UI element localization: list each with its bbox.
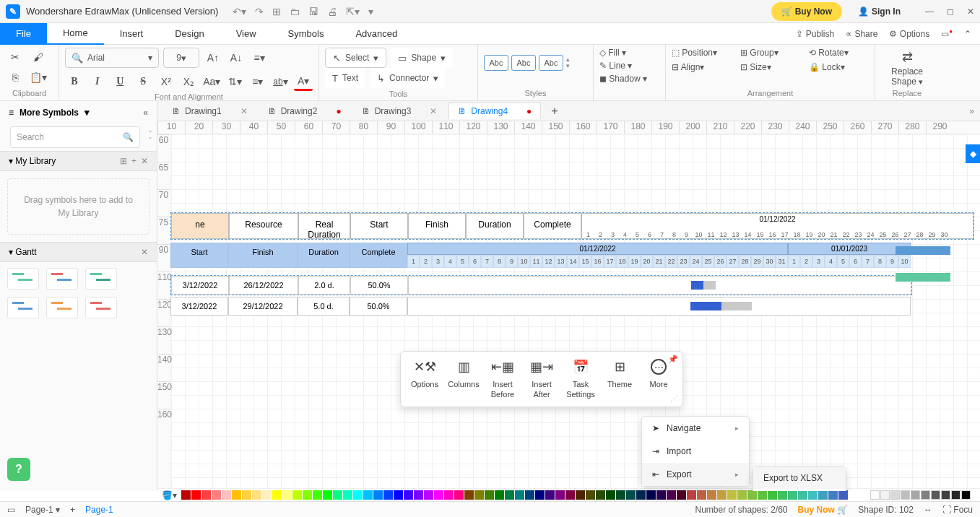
group-button[interactable]: ⊞ Group▾ <box>740 48 800 58</box>
color-swatch[interactable] <box>404 490 413 500</box>
share-button[interactable]: ∝ Share <box>846 29 877 39</box>
color-swatch[interactable] <box>545 490 555 500</box>
ctx-columns[interactable]: ▥Columns <box>444 359 483 399</box>
page-active-tab[interactable]: Page-1 <box>85 505 113 515</box>
color-swatch[interactable] <box>788 490 797 500</box>
gray-swatch[interactable] <box>901 490 910 500</box>
canvas[interactable]: 6065707590110120130140150160 ne Resource… <box>157 134 980 491</box>
color-swatch[interactable] <box>495 490 504 500</box>
lib-add-icon[interactable]: + <box>131 156 136 166</box>
rotate-button[interactable]: ⟲ Rotate▾ <box>809 48 869 58</box>
font-color-icon[interactable]: A▾ <box>294 72 313 91</box>
color-swatch[interactable] <box>586 490 595 500</box>
color-swatch[interactable] <box>768 490 777 500</box>
lock-button[interactable]: 🔒 Lock▾ <box>809 62 869 72</box>
color-swatch[interactable] <box>212 490 221 500</box>
tab-design[interactable]: Design <box>159 23 220 45</box>
notification-icon[interactable]: ▭● <box>941 28 953 39</box>
gray-swatch[interactable] <box>880 490 890 500</box>
color-swatch[interactable] <box>525 490 534 500</box>
gray-swatch[interactable] <box>911 490 920 500</box>
gantt-template[interactable] <box>7 268 39 290</box>
color-swatch[interactable] <box>181 490 191 500</box>
color-swatch[interactable] <box>201 490 211 500</box>
ctx-options[interactable]: ✕⚒Options <box>405 359 444 399</box>
search-input[interactable]: Search🔍 <box>10 126 140 148</box>
shadow-button[interactable]: ◼ Shadow ▾ <box>599 74 659 84</box>
sidebar-title[interactable]: More Symbols <box>19 108 79 118</box>
color-swatch[interactable] <box>838 490 848 500</box>
color-swatch[interactable] <box>303 490 312 500</box>
underline-icon[interactable]: U <box>110 72 129 91</box>
tab-view[interactable]: View <box>220 23 272 45</box>
doc-tab-1[interactable]: 🗎 Drawing1 ✕ <box>163 103 256 119</box>
color-swatch[interactable] <box>576 490 585 500</box>
submenu-import[interactable]: ⇥Import <box>642 440 749 463</box>
open-icon[interactable]: 🗀 <box>290 6 300 17</box>
library-drop-zone[interactable]: Drag symbols here to add to My Library <box>7 178 149 235</box>
style-preset-2[interactable]: Abc <box>511 55 536 71</box>
right-panel-toggle[interactable]: ◆ <box>966 144 980 163</box>
cut-icon[interactable]: ✂ <box>6 48 25 66</box>
increase-font-icon[interactable]: A↑ <box>204 48 222 67</box>
color-swatch[interactable] <box>707 490 716 500</box>
color-swatch[interactable] <box>798 490 807 500</box>
undo-icon[interactable]: ↶▾ <box>233 6 246 17</box>
color-swatch[interactable] <box>515 490 524 500</box>
superscript-icon[interactable]: X² <box>157 72 175 91</box>
expand-panel-icon[interactable]: » <box>969 106 980 116</box>
color-swatch[interactable] <box>646 490 656 500</box>
save-icon[interactable]: 🖫 <box>308 6 318 17</box>
line-button[interactable]: ✎ Line ▾ <box>599 61 659 71</box>
style-preset-1[interactable]: Abc <box>484 55 508 71</box>
lib-close-icon[interactable]: ✕ <box>141 156 148 166</box>
gantt-template[interactable] <box>46 297 78 318</box>
text-tool[interactable]: T Text <box>325 68 365 88</box>
color-swatch[interactable] <box>272 490 282 500</box>
collapse-sidebar-icon[interactable]: « <box>143 108 148 118</box>
size-button[interactable]: ⊡ Size▾ <box>740 62 800 72</box>
gray-swatch[interactable] <box>921 490 930 500</box>
paste-icon[interactable]: 📋▾ <box>29 68 48 87</box>
export-txt[interactable]: Export to TXT <box>753 489 846 491</box>
color-swatch[interactable] <box>737 490 747 500</box>
gantt-row-1[interactable]: 3/12/2022 26/12/2022 2.0 d. 50.0% <box>170 275 912 295</box>
my-library-toggle[interactable]: ▾ My Library <box>9 156 56 166</box>
italic-icon[interactable]: I <box>88 72 107 91</box>
highlight-icon[interactable]: ab▾ <box>272 72 290 91</box>
tab-home[interactable]: Home <box>47 23 104 45</box>
color-swatch[interactable] <box>444 490 454 500</box>
tab-file[interactable]: File <box>0 23 47 45</box>
pin-icon[interactable]: 📌 <box>668 355 678 364</box>
style-preset-3[interactable]: Abc <box>539 55 563 71</box>
options-button[interactable]: ⚙ Options <box>889 29 929 39</box>
color-swatch[interactable] <box>596 490 605 500</box>
ctx-insert-before[interactable]: ⇤▦Insert Before <box>483 359 522 399</box>
maximize-icon[interactable]: ◻ <box>947 6 954 17</box>
align-button[interactable]: ⊟ Align▾ <box>672 62 732 72</box>
gray-swatch[interactable] <box>951 490 961 500</box>
color-swatch[interactable] <box>485 490 494 500</box>
fill-picker-icon[interactable]: 🪣▾ <box>162 490 177 500</box>
color-swatch[interactable] <box>565 490 575 500</box>
color-swatch[interactable] <box>434 490 443 500</box>
add-page-button[interactable]: + <box>70 505 75 515</box>
color-swatch[interactable] <box>242 490 251 500</box>
doc-tab-2[interactable]: 🗎 Drawing2 ● <box>259 103 350 119</box>
color-swatch[interactable] <box>343 490 352 500</box>
color-swatch[interactable] <box>818 490 828 500</box>
gray-swatch[interactable] <box>890 490 900 500</box>
gantt-template[interactable] <box>46 268 78 290</box>
tab-advanced[interactable]: Advanced <box>339 23 413 45</box>
shape-tool[interactable]: ▭ Shape ▾ <box>391 48 453 68</box>
color-swatch[interactable] <box>626 490 636 500</box>
gray-swatch[interactable] <box>941 490 950 500</box>
color-swatch[interactable] <box>555 490 565 500</box>
subscript-icon[interactable]: X₂ <box>180 72 199 91</box>
gantt-close-icon[interactable]: ✕ <box>141 247 148 257</box>
color-swatch[interactable] <box>505 490 514 500</box>
color-swatch[interactable] <box>313 490 322 500</box>
page-select[interactable]: Page-1 ▾ <box>25 505 60 515</box>
tab-close-icon[interactable]: ✕ <box>430 106 437 116</box>
color-swatch[interactable] <box>677 490 686 500</box>
